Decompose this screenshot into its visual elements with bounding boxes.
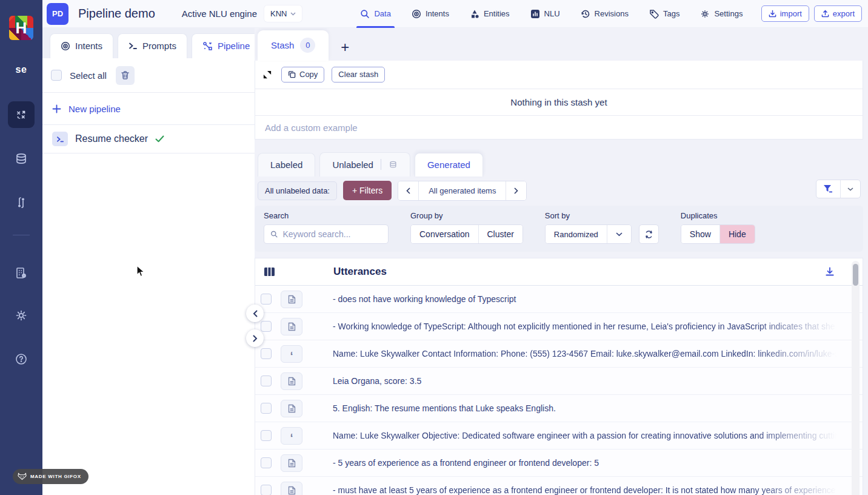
tab-labeled[interactable]: Labeled (258, 153, 315, 177)
row-source-button[interactable]: ‘ (281, 400, 302, 417)
saved-filters-button (816, 180, 861, 198)
row-checkbox[interactable] (261, 348, 272, 359)
utterances-table: Utterances ‘ - does not have working kno… (255, 258, 863, 495)
left-panel-tabs: Intents Prompts Pipeline (42, 28, 255, 58)
tab-pipeline[interactable]: Pipeline (192, 33, 261, 58)
nav-item-nlu[interactable]: NLU (530, 0, 560, 28)
row-checkbox[interactable] (261, 321, 272, 332)
select-all-checkbox[interactable] (51, 70, 62, 81)
nav-item-tags[interactable]: Tags (649, 0, 679, 28)
table-row[interactable]: ‘ 5. English: The resume mentions that L… (255, 395, 863, 422)
row-checkbox[interactable] (261, 403, 272, 414)
row-source-button[interactable]: ‘ (281, 345, 302, 363)
reshuffle-button[interactable] (639, 224, 659, 244)
row-source-button[interactable]: ‘ (281, 482, 302, 495)
row-source-button[interactable]: ‘ (281, 291, 302, 308)
pipeline-list-item[interactable]: Resume checker (42, 125, 255, 153)
history-icon (581, 9, 590, 19)
clear-stash-button[interactable]: Clear stash (332, 67, 385, 82)
help-icon (14, 352, 28, 366)
row-checkbox[interactable] (261, 485, 272, 495)
tab-stash[interactable]: Stash 0 (258, 30, 329, 61)
nav-item-revisions[interactable]: Revisions (581, 0, 629, 28)
row-checkbox[interactable] (261, 430, 272, 441)
download-button[interactable] (825, 267, 835, 277)
new-pipeline-button[interactable]: New pipeline (42, 93, 255, 125)
funnel-icon-button[interactable] (816, 180, 840, 198)
collapse-panel-button[interactable] (246, 305, 264, 322)
row-source-button[interactable]: ‘ (281, 427, 302, 445)
sidebar-item-organization[interactable] (0, 266, 42, 280)
nav-item-settings[interactable]: Settings (700, 0, 743, 28)
row-checkbox[interactable] (261, 457, 272, 468)
utterance-text: Leia Organa, score: 3.5 (333, 376, 847, 386)
app-sidebar: H se (0, 0, 42, 495)
tab-unlabeled[interactable]: Unlabeled (319, 152, 410, 177)
resize-icon[interactable] (263, 70, 272, 79)
group-by-label: Group by (410, 211, 523, 220)
duplicates-show-button[interactable]: Show (681, 225, 719, 243)
group-by-conversation-button[interactable]: Conversation (411, 225, 478, 243)
duplicates-hide-button[interactable]: Hide (719, 225, 755, 243)
table-row[interactable]: ‘ - must have at least 5 years of experi… (255, 477, 863, 495)
nav-item-entities[interactable]: Entities (470, 0, 510, 28)
tab-intents[interactable]: Intents (50, 33, 113, 58)
search-input[interactable] (282, 229, 382, 239)
app-logo[interactable]: H (9, 16, 33, 40)
nlu-engine-select[interactable]: KNN (264, 5, 302, 22)
target-icon (412, 9, 421, 19)
tab-generated[interactable]: Generated (415, 153, 483, 177)
nav-item-intents[interactable]: Intents (412, 0, 449, 28)
vertical-scrollbar[interactable] (852, 261, 860, 495)
sort-value[interactable]: Randomized (546, 225, 607, 243)
row-source-button[interactable]: ‘ (281, 318, 302, 335)
table-row[interactable]: ‘ - Working knowledge of TypeScript: Alt… (255, 313, 863, 340)
add-stash-button[interactable]: + (338, 40, 352, 61)
filters-dropdown-button[interactable] (840, 180, 860, 198)
columns-icon-button[interactable] (264, 267, 275, 277)
sidebar-item-settings[interactable] (0, 308, 42, 323)
table-row[interactable]: ‘ Leia Organa, score: 3.5 (255, 368, 863, 395)
utterance-text: Name: Luke Skywalker Objective: Dedicate… (333, 431, 847, 440)
table-row[interactable]: ‘ - does not have working knowledge of T… (255, 286, 863, 313)
sort-dropdown-button[interactable] (607, 225, 631, 243)
filter-bar: All unlabeled data: + Filters All genera… (255, 177, 868, 204)
expand-panel-button[interactable] (246, 329, 264, 347)
next-page-button[interactable] (506, 181, 526, 200)
custom-example-input[interactable] (255, 116, 863, 139)
group-by-cluster-button[interactable]: Cluster (478, 225, 522, 243)
nlu-engine-value: KNN (270, 9, 287, 18)
duplicates-label: Duplicates (681, 211, 755, 220)
search-icon (360, 9, 370, 19)
delete-selected-button[interactable] (116, 66, 135, 85)
plus-icon (52, 104, 61, 113)
copy-button[interactable]: Copy (281, 67, 324, 82)
row-source-button[interactable]: ‘ (281, 454, 302, 472)
table-row[interactable]: ‘ Name: Luke Skywalker Contact Informati… (255, 340, 863, 368)
row-checkbox[interactable] (261, 294, 272, 305)
sidebar-item-help[interactable] (0, 352, 42, 366)
scrollbar-thumb[interactable] (853, 264, 858, 286)
main-nav: Data Intents Entities NLU Revisions Tags… (360, 0, 743, 28)
row-source-button[interactable]: ‘ (281, 372, 302, 390)
row-checkbox[interactable] (261, 375, 272, 386)
sidebar-divider (13, 235, 30, 235)
pagination-scope[interactable]: All generated items (418, 181, 506, 200)
prev-page-button[interactable] (398, 181, 418, 200)
funnel-icon (823, 184, 833, 194)
table-row[interactable]: ‘ Name: Luke Skywalker Objective: Dedica… (255, 422, 863, 450)
export-button[interactable]: export (814, 5, 862, 22)
pagination-control: All generated items (398, 181, 527, 201)
import-icon (769, 10, 776, 18)
tab-prompts[interactable]: Prompts (118, 33, 187, 58)
nav-item-data[interactable]: Data (360, 0, 390, 28)
document-icon (288, 486, 296, 495)
table-row[interactable]: ‘ - 5 years of experience as a frontend … (255, 450, 863, 477)
sidebar-item-data[interactable] (0, 152, 42, 166)
workspace-label[interactable]: se (0, 64, 42, 75)
sidebar-item-pipelines[interactable] (8, 101, 35, 128)
document-icon (288, 459, 296, 468)
import-button[interactable]: import (761, 5, 809, 22)
sidebar-item-integrations[interactable] (0, 195, 42, 210)
add-filters-button[interactable]: + Filters (343, 181, 392, 200)
